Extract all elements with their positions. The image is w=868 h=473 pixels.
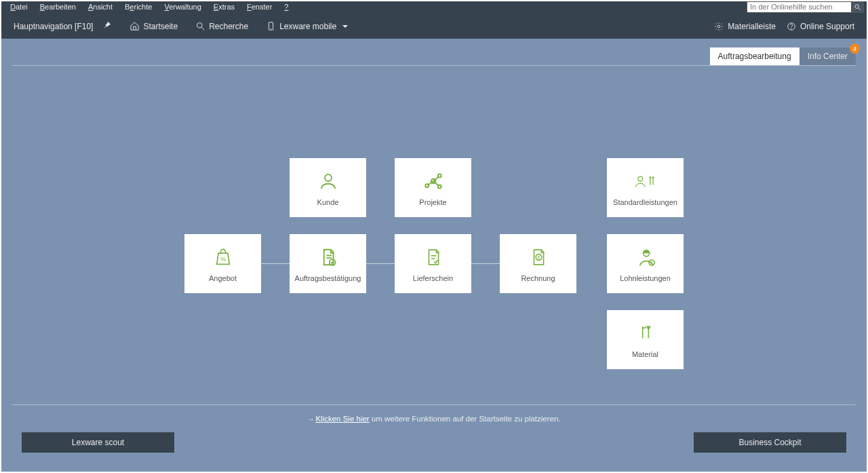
toolbar: Hauptnavigation [F10] Startseite Recherc… — [0, 14, 868, 39]
search-button[interactable] — [852, 1, 864, 13]
lexware-mobile-button[interactable]: Lexware mobile — [266, 21, 348, 31]
svg-point-2 — [197, 23, 203, 29]
menu-berichte[interactable]: Berichte — [119, 0, 158, 14]
svg-text:€: € — [650, 261, 653, 265]
tile-standardleistungen[interactable]: Standardleistungen — [607, 158, 684, 217]
business-cockpit-button[interactable]: Business Cockpit — [694, 432, 846, 453]
arrow-right-icon: → — [307, 415, 314, 423]
svg-point-8 — [791, 28, 792, 29]
tab-strip: Auftragsbearbeitung Info Center 4 — [12, 39, 856, 66]
connector — [366, 263, 395, 264]
tile-kunde[interactable]: Kunde — [290, 158, 366, 217]
gear-icon — [714, 22, 724, 31]
materialleiste-button[interactable]: Materialleiste — [714, 22, 776, 31]
home-icon — [130, 21, 140, 31]
svg-line-1 — [859, 7, 861, 10]
svg-line-3 — [202, 27, 205, 30]
network-icon — [422, 170, 445, 193]
menu-datei[interactable]: Datei — [4, 0, 34, 14]
tab-info-center[interactable]: Info Center 4 — [800, 48, 856, 65]
tile-material[interactable]: Material — [607, 310, 684, 369]
svg-point-0 — [855, 4, 859, 8]
search-icon — [195, 21, 205, 31]
worker-euro-icon: € — [634, 246, 657, 269]
connector — [261, 263, 290, 264]
startseite-button[interactable]: Startseite — [130, 21, 178, 31]
tile-lieferschein[interactable]: Lieferschein — [395, 234, 471, 293]
menu-verwaltung[interactable]: Verwaltung — [158, 0, 207, 14]
invoice-euro-icon: € — [527, 246, 550, 269]
tile-area: Kunde Projekte Standardleistungen % Ange… — [0, 66, 868, 404]
main-area: Auftragsbearbeitung Info Center 4 Kunde … — [0, 39, 868, 473]
tools-icon — [634, 322, 657, 345]
add-functions-link[interactable]: Klicken Sie hier — [315, 415, 369, 423]
pin-icon[interactable] — [102, 20, 112, 32]
svg-point-9 — [325, 174, 332, 181]
menu-bar: Datei Bearbeiten Ansicht Berichte Verwal… — [0, 0, 868, 14]
hint-row: →Klicken Sie hier um weitere Funktionen … — [12, 404, 856, 432]
worker-tools-icon — [634, 170, 657, 193]
recherche-button[interactable]: Recherche — [195, 21, 248, 31]
document-check-icon — [317, 246, 340, 269]
bag-percent-icon: % — [212, 246, 235, 269]
hauptnavigation-label[interactable]: Hauptnavigation [F10] — [14, 22, 93, 31]
hint-text: um weitere Funktionen auf der Startseite… — [370, 415, 561, 423]
svg-text:%: % — [220, 255, 225, 262]
mobile-icon — [266, 21, 276, 31]
document-icon — [422, 246, 445, 269]
search-input[interactable] — [747, 1, 852, 13]
lexware-scout-button[interactable]: Lexware scout — [22, 432, 174, 453]
chevron-down-icon — [342, 25, 348, 28]
online-support-button[interactable]: Online Support — [787, 22, 854, 31]
svg-point-17 — [637, 176, 642, 181]
bottom-button-row: Lexware scout Business Cockpit — [0, 432, 868, 473]
svg-point-6 — [717, 25, 720, 28]
tab-auftragsbearbeitung[interactable]: Auftragsbearbeitung — [710, 48, 800, 65]
search-icon — [854, 3, 861, 11]
menu-bearbeiten[interactable]: Bearbeiten — [34, 0, 82, 14]
svg-text:€: € — [537, 254, 540, 259]
menu-help[interactable]: ? — [278, 0, 294, 14]
person-icon — [317, 170, 340, 193]
tile-lohnleistungen[interactable]: € Lohnleistungen — [607, 234, 684, 293]
tile-rechnung[interactable]: € Rechnung — [500, 234, 576, 293]
menu-fenster[interactable]: Fenster — [241, 0, 278, 14]
tile-angebot[interactable]: % Angebot — [184, 234, 261, 293]
menu-ansicht[interactable]: Ansicht — [82, 0, 119, 14]
help-icon — [787, 22, 796, 31]
menu-extras[interactable]: Extras — [208, 0, 241, 14]
tile-auftragsbestaetigung[interactable]: Auftragsbestätigung — [290, 234, 366, 293]
notification-badge: 4 — [850, 43, 860, 54]
tile-projekte[interactable]: Projekte — [395, 158, 471, 217]
connector — [471, 263, 500, 264]
